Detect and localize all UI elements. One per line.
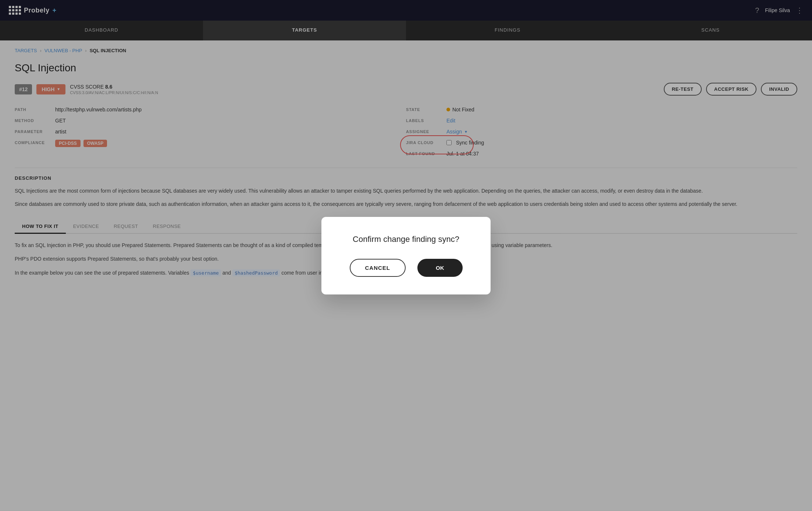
- modal-ok-button[interactable]: OK: [417, 259, 463, 277]
- modal-cancel-button[interactable]: CANCEL: [350, 259, 406, 277]
- modal-title: Confirm change finding sync?: [345, 235, 467, 244]
- modal-buttons: CANCEL OK: [345, 259, 467, 277]
- modal-dialog: Confirm change finding sync? CANCEL OK: [321, 217, 491, 294]
- modal-overlay: Confirm change finding sync? CANCEL OK: [0, 0, 812, 511]
